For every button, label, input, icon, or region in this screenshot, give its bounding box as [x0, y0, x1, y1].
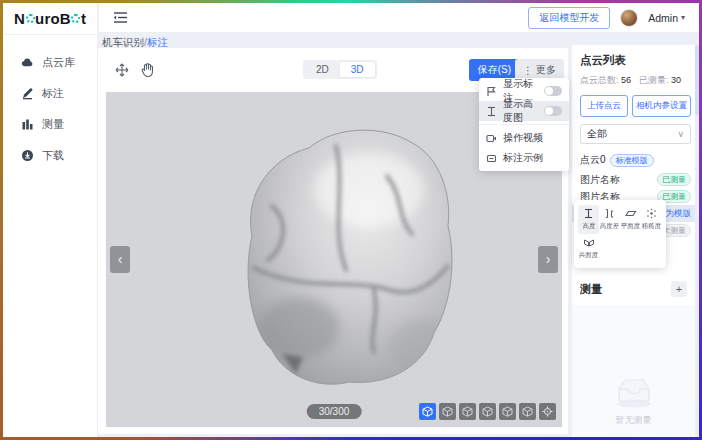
sidebar-item-label: 点云库	[42, 55, 75, 70]
logo-text: t	[81, 10, 86, 27]
view-iso-button[interactable]	[419, 403, 436, 420]
menu-item-show-heightmap[interactable]: 显示高度图	[479, 101, 569, 121]
view-right-button[interactable]	[499, 403, 516, 420]
crosshair-icon	[542, 406, 553, 417]
more-dropdown-menu: 显示标注 显示高度图 操作视频 标注示例	[479, 78, 569, 171]
tool-label: 高度差	[600, 221, 619, 230]
menu-item-annotation-example[interactable]: 标注示例	[479, 148, 569, 168]
roughness-icon	[646, 208, 657, 219]
sidebar-item-label: 测量	[42, 117, 64, 132]
cloud-icon	[21, 56, 34, 69]
camera-params-button[interactable]: 相机内参设置	[632, 95, 691, 117]
stat-measured-value: 30	[671, 75, 681, 85]
hand-tool-icon[interactable]	[140, 62, 155, 78]
frame-counter: 30/300	[307, 404, 362, 419]
view-reset-button[interactable]	[539, 403, 556, 420]
sidebar-item-label: 标注	[42, 86, 64, 101]
next-image-button[interactable]: ›	[538, 246, 558, 273]
empty-state: 暂无测量	[572, 375, 695, 427]
sidebar-item-download[interactable]: 下载	[3, 140, 97, 171]
measurement-list: 暂无测量	[572, 305, 695, 437]
back-to-model-dev-button[interactable]: 返回模型开发	[528, 7, 610, 29]
tool-height-diff[interactable]: 高度差	[599, 205, 620, 234]
sidebar-item-label: 下载	[42, 148, 64, 163]
menu-item-label: 标注示例	[503, 151, 543, 165]
menu-item-label: 操作视频	[503, 131, 543, 145]
user-name: Admin	[648, 12, 678, 24]
template-tag: 标准模版	[610, 154, 654, 167]
filter-select[interactable]: 全部 ∨	[580, 124, 691, 144]
breadcrumb-parent[interactable]: 机车识别	[102, 36, 144, 48]
sidebar-item-measure[interactable]: 测量	[3, 109, 97, 140]
menu-item-label: 显示高度图	[503, 97, 538, 125]
pen-icon	[21, 87, 34, 100]
view-top-button[interactable]	[439, 403, 456, 420]
user-avatar[interactable]	[620, 9, 638, 27]
tool-label: 粗糙度	[642, 221, 661, 230]
panel-stats: 点云总数: 56 已测量: 30	[580, 74, 691, 87]
screenshot-frame: NuroBt 点云库 标注 测量 下载 返回模型开发 Admin ▾	[0, 0, 702, 440]
app-logo: NuroBt	[3, 3, 97, 35]
measurement-section: 测量 + 暂无测量	[572, 273, 695, 437]
stat-total-value: 56	[621, 75, 631, 85]
measure-icon	[21, 118, 34, 131]
tool-roughness[interactable]: 粗糙度	[641, 205, 662, 234]
user-menu[interactable]: Admin ▾	[648, 12, 685, 24]
tool-label: 平面度	[621, 221, 640, 230]
tool-height[interactable]: 高度	[578, 205, 599, 234]
flatness-icon	[625, 208, 637, 219]
show-heightmap-toggle[interactable]	[544, 106, 562, 116]
add-measurement-button[interactable]: +	[671, 281, 687, 297]
tab-3d[interactable]: 3D	[340, 62, 375, 77]
move-tool-icon[interactable]	[114, 62, 130, 78]
menu-fold-icon[interactable]	[113, 11, 128, 24]
height-map-icon	[486, 106, 497, 117]
chevron-left-icon: ‹	[118, 251, 123, 267]
prev-image-button[interactable]: ‹	[110, 246, 130, 273]
measure-tool-palette: 高度 高度差 平面度 粗糙度 共面度	[574, 200, 666, 268]
dimension-toggle: 2D 3D	[303, 60, 377, 79]
empty-state-text: 暂无测量	[572, 414, 695, 427]
gear-icon	[26, 14, 35, 23]
view-front-button[interactable]	[519, 403, 536, 420]
sidebar-item-annotate[interactable]: 标注	[3, 78, 97, 109]
view-left-button[interactable]	[479, 403, 496, 420]
top-header: 返回模型开发 Admin ▾	[99, 3, 699, 33]
logo-text: o	[50, 10, 59, 27]
caret-down-icon: ▾	[681, 13, 685, 22]
download-icon	[21, 149, 34, 162]
upload-pointcloud-button[interactable]: 上传点云	[580, 95, 628, 117]
filter-value: 全部	[587, 127, 607, 141]
pointcloud-panel: 点云列表 点云总数: 56 已测量: 30 上传点云 相机内参设置 全部 ∨ 点…	[572, 45, 699, 437]
height-diff-icon	[604, 208, 615, 219]
tool-label: 高度	[582, 221, 595, 230]
measurement-title: 测量	[580, 282, 602, 297]
chevron-right-icon: ›	[546, 251, 551, 267]
show-annotation-toggle[interactable]	[544, 86, 562, 96]
image-name: 图片名称	[580, 173, 620, 187]
view-bottom-button[interactable]	[459, 403, 476, 420]
tooth-3d-mesh	[224, 118, 454, 390]
image-list-item[interactable]: 图片名称 已测量	[580, 171, 691, 188]
more-dots-icon: ⋮	[523, 65, 533, 76]
tool-flatness[interactable]: 平面度	[620, 205, 641, 234]
sidebar-item-pointcloud-library[interactable]: 点云库	[3, 47, 97, 78]
gear-icon	[71, 14, 80, 23]
tool-coplanarity[interactable]: 共面度	[578, 234, 599, 263]
more-label: 更多	[536, 63, 556, 77]
sidebar: NuroBt 点云库 标注 测量 下载	[3, 3, 98, 437]
breadcrumb-current: 标注	[147, 36, 168, 48]
menu-item-operation-video[interactable]: 操作视频	[479, 128, 569, 148]
height-icon	[583, 208, 594, 219]
tab-2d[interactable]: 2D	[305, 62, 340, 77]
empty-box-icon	[611, 375, 657, 409]
stat-measured-label: 已测量:	[639, 75, 669, 85]
panel-scrollbar[interactable]	[695, 45, 699, 437]
video-icon	[486, 133, 497, 144]
logo-text: N	[14, 10, 25, 27]
stat-total-label: 点云总数:	[580, 75, 619, 85]
logo-text: B	[60, 10, 71, 27]
measured-badge: 已测量	[657, 173, 691, 186]
pointcloud-group-row[interactable]: 点云0 标准模版	[580, 153, 691, 167]
panel-scrollbar-thumb[interactable]	[695, 45, 699, 115]
